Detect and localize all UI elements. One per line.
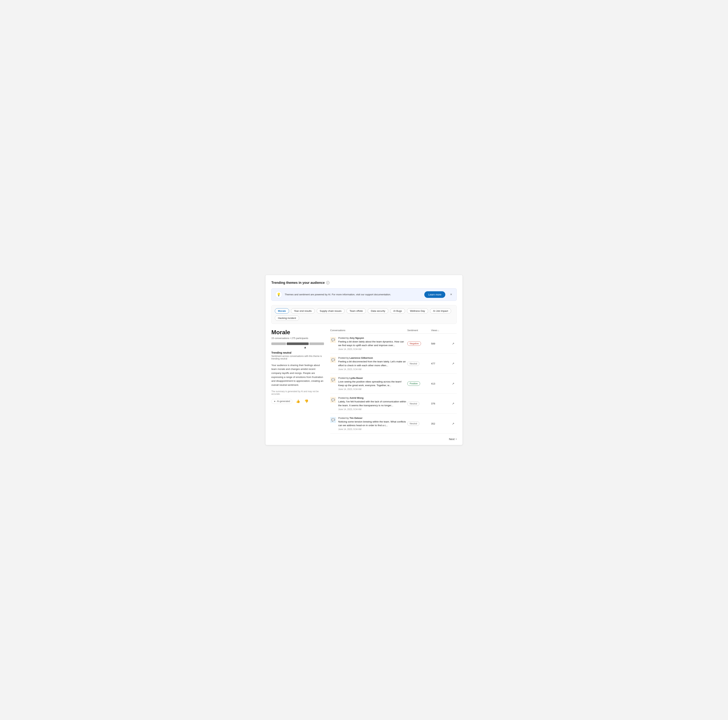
trend-button[interactable]: ↗ [451,361,455,366]
conv-icon: 💬 [330,417,336,423]
conv-date: June 14, 2023, 9:34 AM [338,428,407,431]
views-cell: 589 [431,342,449,345]
table-header: Conversations Sentiment Views ↓ [330,329,457,334]
sentiment-badge: Neutral [407,402,419,406]
views-cell: 376 [431,402,449,405]
conv-text: Love seeing the positive vibes spreading… [338,380,407,387]
right-panel: Conversations Sentiment Views ↓ 💬 Posted… [330,329,457,441]
learn-more-button[interactable]: Learn more [424,291,445,298]
next-label: Next [449,437,455,440]
ai-disclaimer: The summary is generated by AI and may n… [271,390,324,395]
tag-team-offsite[interactable]: Team offsite [346,308,366,313]
conv-date: June 14, 2023, 9:34 AM [338,408,407,411]
trend-button[interactable]: ↗ [451,341,455,346]
tag-hacking-incident[interactable]: Hacking incident [275,315,299,321]
trend-button[interactable]: ↗ [451,401,455,406]
conv-body: Posted by Lawrence Gilbertson Feeling a … [338,356,407,371]
tag-wellness-day[interactable]: Wellness Day [407,308,428,313]
tag-year-end[interactable]: Year end results [291,308,315,313]
sentiment-cell: Neutral [407,361,431,366]
conv-body: Posted by Tim Deboer Noticing some tensi… [338,417,407,431]
feedback-row: ✦ AI-generated 👍 👎 [271,399,324,404]
conv-icon: 💬 [330,337,336,343]
table-row: 💬 Posted by Amy Nguyen Feeling a bit dow… [330,334,457,354]
page-title-row: Trending themes in your audience i [271,281,457,285]
conv-body: Posted by Astrid Wong Lately, I've felt … [338,397,407,411]
conv-content: 💬 Posted by Lawrence Gilbertson Feeling … [330,356,407,371]
trend-button[interactable]: ↗ [451,381,455,386]
views-cell: 352 [431,422,449,425]
views-cell: 413 [431,382,449,385]
sentiment-cell: Positive [407,381,431,386]
thumbup-button[interactable]: 👍 [295,399,301,404]
conv-content: 💬 Posted by Tim Deboer Noticing some ten… [330,417,407,431]
conversations-table: 💬 Posted by Amy Nguyen Feeling a bit dow… [330,334,457,434]
trend-icon-cell: ↗ [449,421,457,426]
conv-content: 💬 Posted by Amy Nguyen Feeling a bit dow… [330,336,407,351]
table-row: 💬 Posted by Lydia Bauer Love seeing the … [330,374,457,394]
sentiment-bar [271,342,324,345]
pagination-row: Next › [330,434,457,440]
conversations-count: 15 conversations [271,337,289,339]
theme-title: Morale [271,329,324,336]
bar-positive [309,342,324,345]
conv-text: Noticing some tension brewing within the… [338,420,407,427]
conv-content: 💬 Posted by Astrid Wong Lately, I've fel… [330,397,407,411]
trending-label: Trending neutral [271,351,324,354]
conv-text: Feeling a bit down lately about the team… [338,340,407,347]
conv-text: Feeling a bit disconnected from the team… [338,360,407,367]
col-conversations: Conversations [330,329,407,332]
conv-author: Posted by Lydia Bauer [338,377,407,379]
col-actions [449,329,457,332]
trend-icon-cell: ↗ [449,401,457,406]
table-row: 💬 Posted by Tim Deboer Noticing some ten… [330,414,457,434]
conv-date: June 14, 2023, 9:34 AM [338,388,407,390]
bar-negative [271,342,286,345]
col-sentiment: Sentiment [407,329,431,332]
conv-body: Posted by Lydia Bauer Love seeing the po… [338,377,407,391]
thumbdown-button[interactable]: 👎 [304,399,309,404]
info-icon[interactable]: i [326,281,329,284]
trend-button[interactable]: ↗ [451,421,455,426]
tag-ai-bugs[interactable]: AI Bugs [390,308,405,313]
sentiment-cell: Neutral [407,402,431,406]
conv-author: Posted by Amy Nguyen [338,336,407,339]
sentiment-badge: Neutral [407,421,419,426]
conv-author: Posted by Lawrence Gilbertson [338,356,407,359]
main-content: Morale 15 conversations • 275 participan… [271,329,457,441]
views-cell: 477 [431,362,449,365]
trend-icon-cell: ↗ [449,381,457,386]
sentiment-badge: Negative [407,341,421,346]
conv-author: Posted by Astrid Wong [338,397,407,399]
meta-separator: • [290,337,291,339]
conv-icon: 💬 [330,357,336,363]
theme-description: Your audience is sharing their feelings … [271,363,324,387]
ai-banner: 💡 Themes and sentiment are powered by AI… [271,288,457,301]
tag-morale[interactable]: Morale [275,308,289,313]
bar-neutral [287,342,309,345]
sentiment-cell: Neutral [407,421,431,426]
sentiment-cell: Negative [407,341,431,346]
conv-date: June 14, 2023, 9:34 AM [338,368,407,371]
trend-icon-cell: ↗ [449,361,457,366]
conv-icon: 💬 [330,397,336,403]
page-title: Trending themes in your audience [271,281,325,285]
triangle-indicator: ▲ [286,346,324,349]
sentiment-badge: Positive [407,381,420,386]
next-button[interactable]: Next › [449,437,457,440]
participants-count: 275 participants [291,337,308,339]
tag-ai-job-impact[interactable]: AI Job Impact [430,308,451,313]
conv-icon: 💬 [330,377,336,383]
conv-author: Posted by Tim Deboer [338,417,407,419]
ai-banner-text: Themes and sentiment are powered by AI. … [285,293,422,296]
sentiment-badge: Neutral [407,361,419,366]
chevron-right-icon: › [456,437,457,440]
tag-data-security[interactable]: Data security [368,308,388,313]
banner-close-button[interactable]: × [449,292,453,297]
ai-badge-label: AI-generated [277,400,290,403]
conv-text: Lately, I've felt frustrated with the la… [338,400,407,407]
table-row: 💬 Posted by Astrid Wong Lately, I've fel… [330,394,457,414]
tags-section: MoraleYear end resultsSupply chain issue… [271,305,457,324]
col-views: Views ↓ [431,329,449,332]
tag-supply-chain[interactable]: Supply chain issues [317,308,345,313]
